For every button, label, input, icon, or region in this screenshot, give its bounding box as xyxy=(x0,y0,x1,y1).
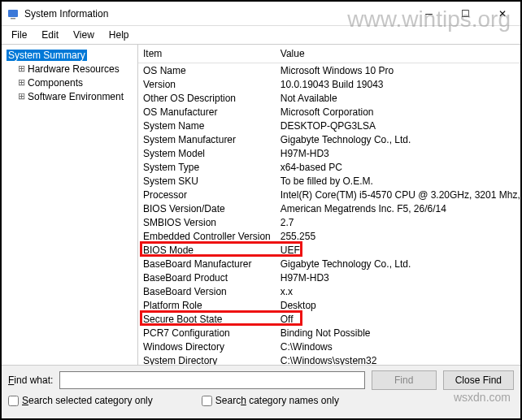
svg-rect-0 xyxy=(8,10,18,17)
search-selected-input[interactable] xyxy=(8,396,19,406)
cell-value: Desktop xyxy=(276,298,520,312)
cell-item: Other OS Description xyxy=(138,91,276,105)
tree-item-label: Components xyxy=(26,77,85,89)
table-row[interactable]: BaseBoard ManufacturerGigabyte Technolog… xyxy=(138,257,520,271)
cell-item: PCR7 Configuration xyxy=(138,326,276,340)
expand-icon[interactable]: ⊞ xyxy=(16,63,26,74)
table-row[interactable]: System Typex64-based PC xyxy=(138,160,520,174)
table-row[interactable]: BaseBoard ProductH97M-HD3 xyxy=(138,271,520,284)
cell-value: Microsoft Windows 10 Pro xyxy=(276,63,520,78)
cell-item: BIOS Version/Date xyxy=(138,201,276,215)
table-row[interactable]: BaseBoard Versionx.x xyxy=(138,284,520,298)
table-row[interactable]: Platform RoleDesktop xyxy=(138,298,520,312)
tree-item-hardware-resources[interactable]: ⊞ Hardware Resources xyxy=(5,62,137,76)
table-row[interactable]: Embedded Controller Version255.255 xyxy=(138,229,520,243)
cell-value: Intel(R) Core(TM) i5-4570 CPU @ 3.20GHz,… xyxy=(276,188,520,201)
search-names-input[interactable] xyxy=(202,396,212,406)
nav-tree[interactable]: System Summary ⊞ Hardware Resources ⊞ Co… xyxy=(2,45,138,365)
cell-item: BaseBoard Product xyxy=(138,271,276,284)
table-row[interactable]: Other OS DescriptionNot Available xyxy=(138,91,520,105)
cell-value: Microsoft Corporation xyxy=(276,105,520,119)
search-selected-label: Search selected category only xyxy=(22,395,153,406)
col-header-value[interactable]: Value xyxy=(276,45,520,63)
cell-value: Binding Not Possible xyxy=(276,326,520,340)
cell-value: x64-based PC xyxy=(276,160,520,174)
cell-value: Not Available xyxy=(276,91,520,105)
tree-item-components[interactable]: ⊞ Components xyxy=(5,76,137,89)
cell-value: Gigabyte Technology Co., Ltd. xyxy=(276,257,520,271)
table-row[interactable]: OS NameMicrosoft Windows 10 Pro xyxy=(138,63,520,78)
cell-item: System Directory xyxy=(138,353,276,365)
find-label: Find what: xyxy=(8,375,53,386)
cell-value: 10.0.19043 Build 19043 xyxy=(276,77,520,91)
menu-file[interactable]: File xyxy=(5,28,33,42)
table-row[interactable]: OS ManufacturerMicrosoft Corporation xyxy=(138,105,520,119)
cell-value: To be filled by O.E.M. xyxy=(276,174,520,188)
tree-root-label: System Summary xyxy=(7,50,87,61)
find-input[interactable] xyxy=(59,371,364,389)
col-header-item[interactable]: Item xyxy=(138,45,276,63)
window-controls: ─ ☐ ✕ xyxy=(411,2,520,25)
cell-value: DESKTOP-QPG3LSA xyxy=(276,119,520,132)
cell-value: C:\Windows\system32 xyxy=(276,353,520,365)
tree-root-system-summary[interactable]: System Summary xyxy=(5,48,137,62)
expand-icon[interactable]: ⊞ xyxy=(16,77,26,88)
menu-file-label: File xyxy=(11,29,27,41)
cell-item: BaseBoard Version xyxy=(138,284,276,298)
cell-item: System Model xyxy=(138,146,276,160)
table-row[interactable]: System ManufacturerGigabyte Technology C… xyxy=(138,132,520,146)
cell-item: Embedded Controller Version xyxy=(138,229,276,243)
search-selected-checkbox[interactable]: Search selected category only xyxy=(8,395,153,406)
table-row[interactable]: System NameDESKTOP-QPG3LSA xyxy=(138,119,520,132)
table-row[interactable]: System SKUTo be filled by O.E.M. xyxy=(138,174,520,188)
find-button[interactable]: Find xyxy=(372,370,437,390)
search-names-label: Search category names only xyxy=(215,395,339,406)
menu-help-label: Help xyxy=(109,29,129,41)
cell-item: OS Manufacturer xyxy=(138,105,276,119)
table-row[interactable]: Version10.0.19043 Build 19043 xyxy=(138,77,520,91)
table-row[interactable]: PCR7 ConfigurationBinding Not Possible xyxy=(138,326,520,340)
table-row[interactable]: BIOS ModeUEFI xyxy=(138,243,520,257)
menu-view-label: View xyxy=(73,29,94,41)
expand-icon[interactable]: ⊞ xyxy=(16,91,26,102)
details-pane[interactable]: Item Value OS NameMicrosoft Windows 10 P… xyxy=(138,45,520,365)
menu-edit-label: Edit xyxy=(41,29,59,41)
cell-value: 2.7 xyxy=(276,215,520,229)
cell-value: C:\Windows xyxy=(276,340,520,353)
search-names-checkbox[interactable]: Search category names only xyxy=(202,395,339,406)
menu-help[interactable]: Help xyxy=(102,28,136,42)
cell-item: System SKU xyxy=(138,174,276,188)
titlebar: System Information ─ ☐ ✕ xyxy=(2,2,520,26)
cell-item: Processor xyxy=(138,188,276,201)
menu-view[interactable]: View xyxy=(67,28,101,42)
cell-value: 255.255 xyxy=(276,229,520,243)
maximize-button[interactable]: ☐ xyxy=(447,2,484,25)
window-title: System Information xyxy=(24,8,108,19)
cell-value: UEFI xyxy=(276,243,520,257)
close-button[interactable]: ✕ xyxy=(484,2,520,25)
table-row[interactable]: System ModelH97M-HD3 xyxy=(138,146,520,160)
tree-item-label: Hardware Resources xyxy=(26,63,121,75)
table-row[interactable]: SMBIOS Version2.7 xyxy=(138,215,520,229)
table-row[interactable]: Windows DirectoryC:\Windows xyxy=(138,340,520,353)
minimize-button[interactable]: ─ xyxy=(411,2,447,25)
table-row[interactable]: BIOS Version/DateAmerican Megatrends Inc… xyxy=(138,201,520,215)
menubar: File Edit View Help xyxy=(2,26,520,44)
cell-value: Gigabyte Technology Co., Ltd. xyxy=(276,132,520,146)
tree-item-software-environment[interactable]: ⊞ Software Environment xyxy=(5,89,137,103)
menu-edit[interactable]: Edit xyxy=(35,28,65,42)
table-row[interactable]: Secure Boot StateOff xyxy=(138,312,520,326)
details-table: Item Value OS NameMicrosoft Windows 10 P… xyxy=(138,45,520,365)
cell-item: BaseBoard Manufacturer xyxy=(138,257,276,271)
cell-item: SMBIOS Version xyxy=(138,215,276,229)
close-find-button[interactable]: Close Find xyxy=(443,370,514,390)
cell-item: Version xyxy=(138,77,276,91)
cell-value: American Megatrends Inc. F5, 26/6/14 xyxy=(276,201,520,215)
cell-item: Platform Role xyxy=(138,298,276,312)
table-row[interactable]: ProcessorIntel(R) Core(TM) i5-4570 CPU @… xyxy=(138,188,520,201)
table-row[interactable]: System DirectoryC:\Windows\system32 xyxy=(138,353,520,365)
content-area: System Summary ⊞ Hardware Resources ⊞ Co… xyxy=(2,44,520,365)
cell-item: System Type xyxy=(138,160,276,174)
cell-value: x.x xyxy=(276,284,520,298)
tree-item-label: Software Environment xyxy=(26,91,125,102)
